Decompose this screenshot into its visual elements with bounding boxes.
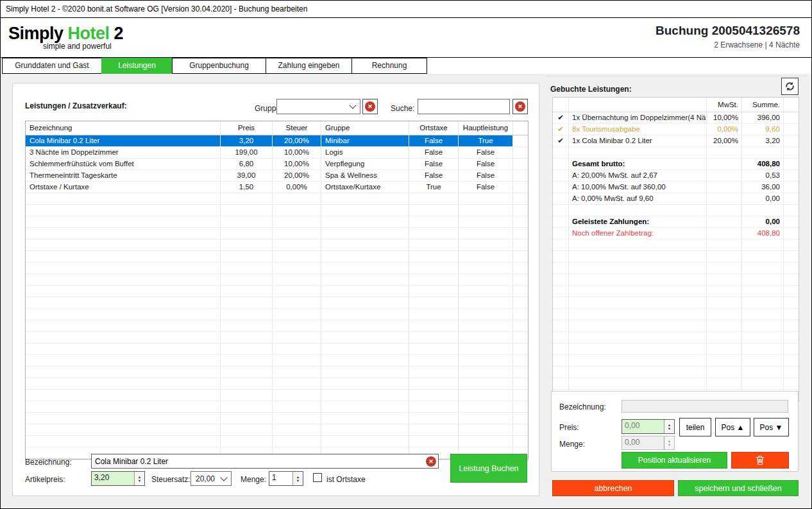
column-header: Preis (221, 121, 273, 135)
position-bezeichnung-input (622, 400, 788, 413)
tab-bar: Grunddaten und Gast Leistungen Gruppenbu… (1, 57, 811, 74)
column-header-summe: Summe. (742, 98, 784, 112)
service-row-empty (26, 343, 528, 355)
service-row-empty (26, 367, 528, 378)
tab-zahlung-eingeben[interactable]: Zahlung eingeben (266, 58, 352, 74)
tab-rechnung[interactable]: Rechnung (351, 58, 427, 74)
booked-row-empty (553, 297, 799, 309)
clear-icon: ✕ (515, 101, 525, 112)
totals-row: Geleistete Zahlungen:0,00 (553, 216, 799, 228)
spacer-row (553, 147, 799, 159)
steuersatz-label: Steuersatz: (151, 475, 190, 484)
position-preis-spinner[interactable]: ▲▼ (664, 420, 674, 433)
bezeichnung-input[interactable] (92, 457, 426, 466)
position-menge-input[interactable]: 0,00 ▲▼ (622, 436, 675, 450)
search-input[interactable] (418, 99, 510, 114)
service-row-empty (26, 251, 528, 263)
book-service-button[interactable]: Leistung Buchen (450, 454, 527, 483)
service-row[interactable]: Cola Minibar 0.2 Liter3,2020,00%MinibarF… (26, 135, 528, 147)
service-row-empty (26, 263, 528, 274)
booked-row-empty (553, 263, 799, 274)
position-down-button[interactable]: Pos ▼ (754, 418, 789, 436)
service-row-empty (26, 216, 528, 228)
column-header: Ortstaxe (409, 121, 459, 135)
booked-row-empty (553, 286, 799, 297)
position-up-button[interactable]: Pos ▲ (715, 418, 750, 436)
position-preis-input[interactable]: 0,00 ▲▼ (622, 419, 675, 434)
service-row-empty (26, 401, 528, 413)
service-row-empty (26, 239, 528, 251)
tab-grunddaten-und-gast[interactable]: Grunddaten und Gast (2, 58, 102, 74)
menge-spinner[interactable]: ▲▼ (292, 472, 303, 485)
bezeichnung-label: Bezeichnung: (25, 458, 72, 467)
clear-group-button[interactable]: ✕ (362, 99, 378, 114)
ist-ortstaxe-label: ist Ortstaxe (326, 475, 366, 484)
service-row-empty (26, 413, 528, 424)
trash-icon (756, 455, 765, 465)
totals-row: Noch offener Zahlbetrag:408,80 (553, 228, 799, 239)
booked-table-header: MwSt. Summe. (553, 98, 799, 112)
booked-row[interactable]: ✔1x Cola Minibar 0.2 Liter20,00%3,20 (553, 135, 799, 147)
booked-row[interactable]: ✔1x Übernachtung im Doppelzimmer(4 Nä...… (553, 112, 799, 124)
booked-row-empty (553, 378, 799, 390)
service-row[interactable]: 3 Nächte im Doppelzimmer199,0010,00%Logi… (26, 147, 528, 159)
refresh-icon (784, 82, 795, 91)
service-row-empty (26, 309, 528, 320)
ist-ortstaxe-checkbox[interactable] (313, 473, 322, 482)
totals-row: A: 20,00% MwSt. auf 2,670,53 (553, 170, 799, 182)
booked-row-empty (553, 332, 799, 343)
cancel-button[interactable]: abbrechen (552, 480, 674, 496)
clear-icon: ✕ (365, 101, 375, 112)
logo-tagline: simple and powerful (43, 42, 123, 51)
service-row-empty (26, 390, 528, 401)
menge-value: 1 (269, 472, 292, 485)
artikelpreis-spinner[interactable]: ▲▼ (134, 472, 144, 485)
steuersatz-select[interactable]: 20,00 (190, 471, 232, 486)
group-select[interactable] (276, 99, 360, 114)
steuersatz-value: 20,00 (196, 474, 215, 483)
booked-row-empty (553, 367, 799, 378)
tab-gruppenbuchung[interactable]: Gruppenbuchung (172, 58, 266, 74)
position-menge-spinner[interactable]: ▲▼ (664, 436, 674, 449)
app-logo: Simply Hotel 2 simple and powerful (8, 24, 123, 51)
app-header: Simply Hotel 2 simple and powerful Buchu… (1, 19, 811, 57)
save-and-close-button[interactable]: speichern und schließen (678, 480, 799, 496)
position-menge-label: Menge: (559, 440, 585, 449)
logo-2: 2 (114, 24, 124, 43)
menge-input[interactable]: 1 ▲▼ (269, 471, 303, 486)
booking-number: Buchung 2005041326578 (656, 24, 800, 38)
column-header-mwst: MwSt. (707, 98, 742, 112)
position-preis-label: Preis: (559, 423, 579, 432)
menge-label: Menge: (241, 475, 266, 484)
clear-bezeichnung-icon[interactable]: ✕ (426, 456, 436, 467)
booked-row[interactable]: ✔8x Tourismusabgabe0,00%9,60 (553, 124, 799, 135)
update-position-button[interactable]: Position aktualisieren (622, 452, 727, 469)
refresh-button[interactable] (781, 78, 799, 95)
totals-row: A: 10,00% MwSt. auf 360,0036,00 (553, 182, 799, 193)
artikelpreis-input[interactable]: 3,20 ▲▼ (91, 471, 145, 486)
service-row-empty (26, 205, 528, 216)
position-preis-value: 0,00 (622, 420, 664, 433)
service-row[interactable]: Thermeneintritt Tageskarte39,0020,00%Spa… (26, 170, 528, 182)
clear-search-button[interactable]: ✕ (512, 99, 528, 114)
service-row[interactable]: Ortstaxe / Kurtaxe1,500,00%Ortstaxe/Kurt… (26, 182, 528, 193)
service-row-empty (26, 332, 528, 343)
artikelpreis-label: Artikelpreis: (25, 475, 65, 484)
tab-leistungen[interactable]: Leistungen (101, 58, 173, 74)
column-header: Gruppe (321, 121, 409, 135)
right-panel-divider (545, 76, 807, 76)
service-row-empty (26, 320, 528, 332)
booking-subtitle: 2 Erwachsene | 4 Nächte (656, 40, 800, 49)
service-row-empty (26, 297, 528, 309)
chevron-down-icon (220, 474, 227, 481)
service-row-empty (26, 378, 528, 390)
services-table-header: BezeichnungPreisSteuerGruppeOrtstaxeHaup… (26, 121, 528, 135)
spacer-row (553, 205, 799, 216)
booked-row-empty (553, 320, 799, 332)
teilen-button[interactable]: teilen (679, 418, 711, 436)
service-row[interactable]: Schlemmerfrühstück vom Buffet6,8010,00%V… (26, 159, 528, 170)
booked-row-empty (553, 274, 799, 286)
app-window: Simply Hotel 2 - ©2020 bonit.at Software… (0, 0, 812, 509)
position-bezeichnung-label: Bezeichnung: (559, 402, 606, 411)
delete-position-button[interactable] (731, 452, 789, 469)
